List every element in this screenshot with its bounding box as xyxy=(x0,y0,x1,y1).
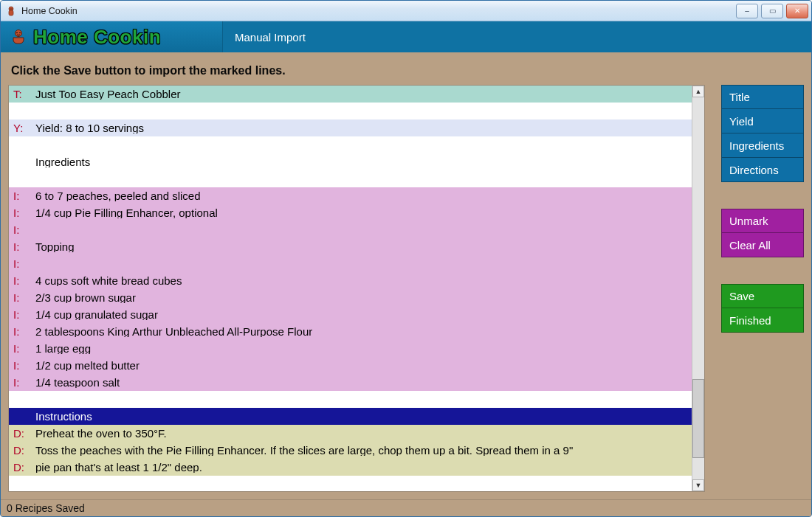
instruction-text: Click the Save button to import the mark… xyxy=(11,64,801,77)
import-line[interactable]: I:1/4 cup granulated sugar xyxy=(9,306,692,323)
import-line[interactable] xyxy=(9,136,692,153)
import-line[interactable]: D:Preheat the oven to 350°F. xyxy=(9,425,692,442)
maximize-button[interactable]: ▭ xyxy=(761,4,783,18)
line-tag: D: xyxy=(12,428,31,439)
yield-button[interactable]: Yield xyxy=(721,109,804,133)
line-tag: I: xyxy=(12,258,31,269)
appbar: Home Cookin Manual Import xyxy=(1,21,811,52)
line-tag: I: xyxy=(12,241,31,252)
import-line[interactable]: D:pie pan that's at least 1 1/2" deep. xyxy=(9,459,692,476)
import-line[interactable]: I:2/3 cup brown sugar xyxy=(9,289,692,306)
minimize-button[interactable]: – xyxy=(736,4,758,18)
import-line[interactable]: I: xyxy=(9,221,692,238)
status-text: 0 Recipes Saved xyxy=(7,502,85,514)
main-row: T:Just Too Easy Peach CobblerY:Yield: 8 … xyxy=(8,85,804,492)
unmark-button[interactable]: Unmark xyxy=(721,209,804,233)
line-text: 1/2 cup melted butter xyxy=(31,360,140,371)
brand-name: Home Cookin xyxy=(33,26,161,49)
finished-button[interactable]: Finished xyxy=(721,308,804,333)
status-bar: 0 Recipes Saved xyxy=(1,499,811,516)
line-text: 1/4 cup Pie Filling Enhancer, optional xyxy=(31,207,218,218)
import-line[interactable]: I:1 large egg xyxy=(9,340,692,357)
gingerbread-icon xyxy=(10,28,27,46)
line-text: 2/3 cup brown sugar xyxy=(31,292,136,303)
line-tag: I: xyxy=(12,207,31,218)
line-tag: I: xyxy=(12,309,31,320)
svg-rect-1 xyxy=(9,10,13,15)
import-line[interactable]: Ingredients xyxy=(9,153,692,170)
import-line[interactable]: I:6 to 7 peaches, peeled and sliced xyxy=(9,187,692,204)
import-lines[interactable]: T:Just Too Easy Peach CobblerY:Yield: 8 … xyxy=(9,86,692,491)
line-text: 6 to 7 peaches, peeled and sliced xyxy=(31,190,201,201)
line-text: Yield: 8 to 10 servings xyxy=(31,122,144,133)
import-line[interactable] xyxy=(9,103,692,119)
line-text: 1 large egg xyxy=(31,343,91,354)
line-tag: D: xyxy=(12,445,31,456)
scroll-down-button[interactable]: ▼ xyxy=(692,479,704,491)
import-line[interactable]: I: xyxy=(9,255,692,272)
line-tag: I: xyxy=(12,275,31,286)
line-text: Topping xyxy=(31,241,75,252)
ingredients-button[interactable]: Ingredients xyxy=(721,133,804,158)
window-controls: – ▭ ✕ xyxy=(736,4,808,18)
line-tag: I: xyxy=(12,360,31,371)
line-text: 4 cups soft white bread cubes xyxy=(31,275,182,286)
line-tag: I: xyxy=(12,326,31,337)
title-button[interactable]: Title xyxy=(721,85,804,109)
line-tag: Y: xyxy=(12,122,31,133)
line-tag: I: xyxy=(12,190,31,201)
line-text: 1/4 teaspoon salt xyxy=(31,377,120,388)
line-text: Instructions xyxy=(31,411,92,422)
line-tag: D: xyxy=(12,462,31,473)
import-line[interactable]: I:1/4 cup Pie Filling Enhancer, optional xyxy=(9,204,692,221)
import-line[interactable]: I:1/4 teaspoon salt xyxy=(9,374,692,391)
scroll-up-button[interactable]: ▲ xyxy=(692,86,704,97)
brand: Home Cookin xyxy=(1,21,223,52)
scroll-thumb[interactable] xyxy=(692,379,704,458)
directions-button[interactable]: Directions xyxy=(721,158,804,182)
side-buttons: TitleYieldIngredientsDirections UnmarkCl… xyxy=(721,85,804,492)
line-tag: I: xyxy=(12,377,31,388)
import-line[interactable]: I:1/2 cup melted butter xyxy=(9,357,692,374)
svg-point-3 xyxy=(11,8,12,9)
import-lines-panel: T:Just Too Easy Peach CobblerY:Yield: 8 … xyxy=(8,85,705,492)
clear-all-button[interactable]: Clear All xyxy=(721,233,804,257)
line-text: pie pan that's at least 1 1/2" deep. xyxy=(31,462,202,473)
line-tag: T: xyxy=(12,89,31,100)
window-title: Home Cookin xyxy=(21,6,732,16)
close-button[interactable]: ✕ xyxy=(786,4,808,18)
import-line[interactable]: D:Toss the peaches with the Pie Filling … xyxy=(9,442,692,459)
line-tag: I: xyxy=(12,343,31,354)
app-icon xyxy=(5,5,17,17)
svg-point-5 xyxy=(16,32,18,34)
line-text: Ingredients xyxy=(31,156,90,167)
import-line[interactable] xyxy=(9,391,692,408)
section-title: Manual Import xyxy=(223,21,306,52)
import-line[interactable]: Instructions xyxy=(9,408,692,425)
line-tag: I: xyxy=(12,292,31,303)
line-tag: I: xyxy=(12,224,31,235)
svg-point-6 xyxy=(19,32,21,34)
content: Click the Save button to import the mark… xyxy=(1,52,811,499)
import-line[interactable]: Y:Yield: 8 to 10 servings xyxy=(9,119,692,136)
scrollbar[interactable]: ▲ ▼ xyxy=(692,86,704,491)
svg-point-2 xyxy=(10,8,10,9)
line-text: Just Too Easy Peach Cobbler xyxy=(31,89,181,100)
line-text: 2 tablespoons King Arthur Unbleached All… xyxy=(31,326,312,337)
import-line[interactable]: I:2 tablespoons King Arthur Unbleached A… xyxy=(9,323,692,340)
line-text: 1/4 cup granulated sugar xyxy=(31,309,158,320)
import-line[interactable]: T:Just Too Easy Peach Cobbler xyxy=(9,86,692,103)
line-text: Toss the peaches with the Pie Filling En… xyxy=(31,445,573,456)
save-button[interactable]: Save xyxy=(721,284,804,308)
import-line[interactable] xyxy=(9,170,692,187)
import-line[interactable]: I:Topping xyxy=(9,238,692,255)
app-window: Home Cookin – ▭ ✕ Home Cookin Manual Imp… xyxy=(0,0,812,517)
titlebar: Home Cookin – ▭ ✕ xyxy=(1,1,811,21)
import-line[interactable]: I:4 cups soft white bread cubes xyxy=(9,272,692,289)
line-text: Preheat the oven to 350°F. xyxy=(31,428,167,439)
